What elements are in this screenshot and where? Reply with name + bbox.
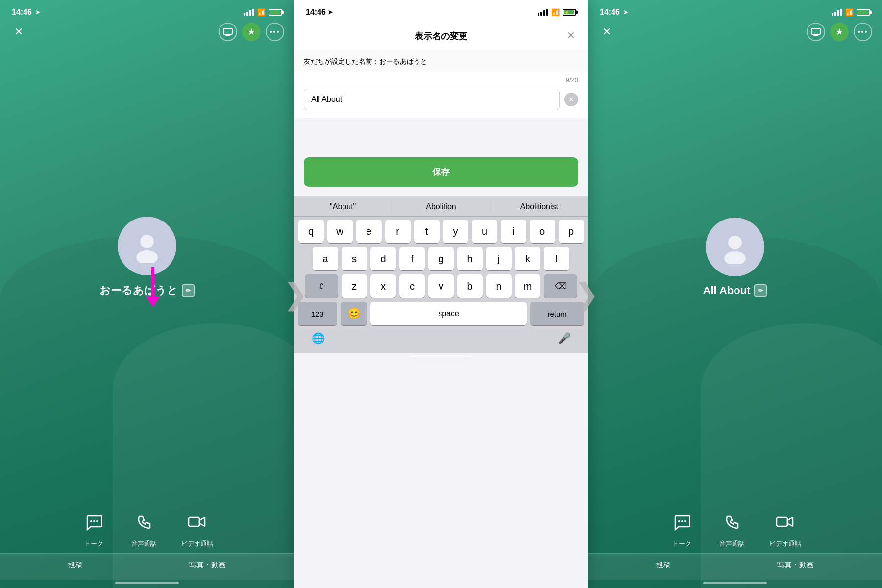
autocomplete-item-2[interactable]: Abolitionist bbox=[490, 201, 588, 212]
autocomplete-bar: "About" Abolition Abolitionist bbox=[294, 196, 588, 217]
right-voice-call-button[interactable]: 音声通話 bbox=[719, 510, 745, 548]
right-video-call-button[interactable]: ビデオ通話 bbox=[769, 510, 801, 548]
autocomplete-item-0[interactable]: "About" bbox=[294, 201, 392, 212]
space-key[interactable]: space bbox=[370, 302, 527, 325]
key-z[interactable]: z bbox=[342, 274, 367, 298]
key-i[interactable]: i bbox=[501, 220, 526, 243]
right-wifi-icon: 📶 bbox=[845, 8, 854, 16]
left-avatar bbox=[118, 217, 176, 275]
phone-icon bbox=[131, 510, 157, 536]
svg-rect-6 bbox=[189, 517, 199, 526]
right-photos-button[interactable]: 写真・動画 bbox=[777, 561, 814, 570]
key-a[interactable]: a bbox=[313, 247, 338, 270]
right-home-indicator bbox=[703, 582, 767, 584]
clear-input-button[interactable]: ✕ bbox=[564, 93, 578, 106]
right-signal-icon bbox=[832, 9, 842, 16]
dialog-header: 表示名の変更 ✕ bbox=[294, 21, 588, 50]
voice-call-button[interactable]: 音声通話 bbox=[131, 510, 157, 548]
right-action-row: トーク 音声通話 ビデオ通話 bbox=[588, 500, 882, 553]
left-status-icons: 📶 bbox=[244, 8, 282, 16]
key-l[interactable]: l bbox=[544, 247, 569, 270]
talk-button[interactable]: トーク bbox=[81, 510, 107, 548]
keyboard-bottom-row: 🌐 🎤 bbox=[294, 330, 588, 353]
right-battery-icon bbox=[857, 9, 870, 16]
right-edit-name-button[interactable]: ✏ bbox=[754, 284, 767, 297]
middle-phone-screen: ❯ ❯ 14:46 ➤ 📶 ⚡ 表示名の変更 bbox=[294, 0, 588, 588]
right-profile-area: All About ✏ bbox=[588, 16, 882, 500]
key-b[interactable]: b bbox=[457, 274, 483, 298]
key-d[interactable]: d bbox=[370, 247, 396, 270]
middle-status-bar: 14:46 ➤ 📶 ⚡ bbox=[294, 0, 588, 21]
svg-rect-13 bbox=[777, 517, 787, 526]
right-chat-icon bbox=[669, 510, 695, 536]
location-icon: ➤ bbox=[35, 9, 40, 16]
left-profile-area: おーるあばうと ✏ bbox=[0, 16, 294, 500]
display-name-input[interactable] bbox=[304, 89, 560, 110]
signal-icon bbox=[244, 9, 254, 16]
left-home-indicator bbox=[115, 582, 179, 584]
key-e[interactable]: e bbox=[356, 220, 382, 243]
keyboard: "About" Abolition Abolitionist q w e r t… bbox=[294, 196, 588, 353]
dialog-title: 表示名の変更 bbox=[415, 30, 467, 42]
right-profile-name: All About ✏ bbox=[703, 284, 767, 297]
emoji-key[interactable]: 😊 bbox=[341, 302, 367, 325]
left-phone-screen: 14:46 ➤ 📶 ✕ ★ bbox=[0, 0, 294, 588]
globe-key[interactable]: 🌐 bbox=[306, 332, 330, 345]
svg-point-1 bbox=[140, 235, 154, 248]
rename-dialog: 表示名の変更 ✕ 友だちが設定した名前：おーるあばうと 9/20 ✕ bbox=[294, 21, 588, 118]
right-post-button[interactable]: 投稿 bbox=[656, 561, 671, 570]
left-bottom-nav: 投稿 写真・動画 bbox=[0, 553, 294, 580]
key-j[interactable]: j bbox=[486, 247, 512, 270]
right-status-icons: 📶 bbox=[832, 8, 870, 16]
keyboard-row-4: 123 😊 space return bbox=[294, 299, 588, 330]
shift-key[interactable]: ⇧ bbox=[305, 274, 338, 298]
key-h[interactable]: h bbox=[457, 247, 483, 270]
left-action-row: トーク 音声通話 ビデオ通話 bbox=[0, 500, 294, 553]
svg-point-2 bbox=[136, 250, 158, 263]
key-o[interactable]: o bbox=[530, 220, 555, 243]
input-row: ✕ bbox=[294, 84, 588, 118]
video-icon bbox=[184, 510, 210, 536]
svg-point-10 bbox=[678, 520, 680, 522]
svg-point-4 bbox=[93, 520, 95, 522]
chat-icon bbox=[81, 510, 107, 536]
photos-button[interactable]: 写真・動画 bbox=[189, 561, 226, 570]
post-button[interactable]: 投稿 bbox=[68, 561, 83, 570]
key-s[interactable]: s bbox=[342, 247, 367, 270]
autocomplete-item-1[interactable]: Abolition bbox=[392, 201, 490, 212]
microphone-key[interactable]: 🎤 bbox=[552, 332, 576, 345]
key-v[interactable]: v bbox=[428, 274, 454, 298]
middle-home-indicator bbox=[409, 355, 473, 357]
keyboard-row-2: a s d f g h j k l bbox=[294, 244, 588, 271]
svg-point-9 bbox=[724, 251, 746, 264]
edit-name-button[interactable]: ✏ bbox=[182, 284, 195, 297]
right-talk-button[interactable]: トーク bbox=[669, 510, 695, 548]
key-q[interactable]: q bbox=[298, 220, 324, 243]
key-k[interactable]: k bbox=[515, 247, 540, 270]
spacer bbox=[294, 118, 588, 157]
key-u[interactable]: u bbox=[472, 220, 497, 243]
save-button[interactable]: 保存 bbox=[304, 157, 578, 187]
middle-location-icon: ➤ bbox=[328, 9, 333, 16]
key-m[interactable]: m bbox=[515, 274, 540, 298]
middle-wifi-icon: 📶 bbox=[551, 8, 560, 16]
key-g[interactable]: g bbox=[428, 247, 454, 270]
dialog-close-button[interactable]: ✕ bbox=[564, 28, 578, 43]
delete-key[interactable]: ⌫ bbox=[544, 274, 577, 298]
key-r[interactable]: r bbox=[385, 220, 411, 243]
key-f[interactable]: f bbox=[399, 247, 425, 270]
svg-point-11 bbox=[681, 520, 683, 522]
svg-point-5 bbox=[96, 520, 98, 522]
middle-signal-icon bbox=[538, 9, 548, 16]
key-x[interactable]: x bbox=[370, 274, 396, 298]
middle-battery-icon: ⚡ bbox=[563, 9, 576, 16]
right-phone-icon bbox=[719, 510, 745, 536]
key-w[interactable]: w bbox=[327, 220, 353, 243]
video-call-button[interactable]: ビデオ通話 bbox=[181, 510, 213, 548]
key-t[interactable]: t bbox=[414, 220, 440, 243]
key-p[interactable]: p bbox=[559, 220, 584, 243]
middle-status-icons: 📶 ⚡ bbox=[538, 8, 576, 16]
key-c[interactable]: c bbox=[399, 274, 425, 298]
key-n[interactable]: n bbox=[486, 274, 512, 298]
key-y[interactable]: y bbox=[443, 220, 468, 243]
